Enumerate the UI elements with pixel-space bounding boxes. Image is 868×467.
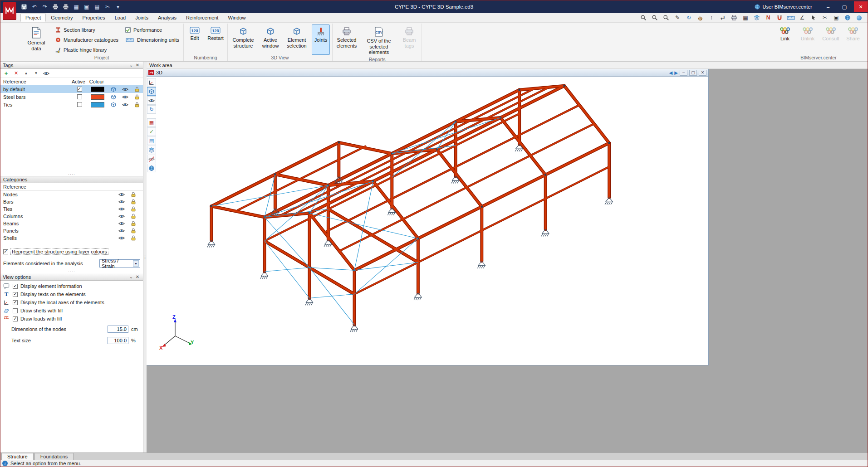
tags-collapse-icon[interactable]: ⌄: [128, 63, 134, 68]
move-tag-down-button[interactable]: ▼: [33, 70, 39, 77]
bim-unlink-button[interactable]: Unlink: [798, 24, 818, 55]
tag-lock-icon[interactable]: [131, 102, 143, 108]
add-tag-button[interactable]: +: [3, 70, 10, 77]
search-icon[interactable]: [639, 14, 647, 21]
tag-eye-icon[interactable]: [119, 94, 131, 100]
category-eye-icon[interactable]: [116, 228, 128, 234]
3d-views-icon[interactable]: [147, 164, 156, 172]
active-window-button[interactable]: Active window: [259, 24, 282, 55]
tab-foundations[interactable]: Foundations: [34, 453, 74, 460]
previous-window-icon[interactable]: ◀: [669, 70, 673, 75]
tab-properties[interactable]: Properties: [78, 14, 110, 21]
numbering-restart-button[interactable]: Restart: [206, 24, 225, 55]
ruler-icon[interactable]: [787, 14, 795, 21]
view-cube-icon[interactable]: [147, 87, 156, 96]
edit-visibility-button[interactable]: [43, 70, 49, 77]
delete-tag-button[interactable]: ✕: [13, 70, 20, 77]
print-view-icon[interactable]: [730, 14, 738, 21]
north-icon[interactable]: N: [764, 14, 772, 21]
category-row-panels[interactable]: Panels: [0, 227, 143, 234]
new-window-icon[interactable]: ▣: [82, 2, 91, 11]
redo-icon[interactable]: ↷: [40, 2, 49, 11]
layers-panel-icon[interactable]: [147, 146, 156, 154]
section-library-button[interactable]: Section library: [53, 25, 120, 34]
render-icon[interactable]: [855, 14, 863, 21]
move-tag-up-button[interactable]: ▲: [23, 70, 29, 77]
tab-joints[interactable]: Joints: [131, 14, 153, 21]
texts-checkbox[interactable]: [13, 292, 18, 297]
minimize-button[interactable]: –: [821, 1, 835, 12]
3d-window-titlebar[interactable]: 3D ◀ ▶ – ▢ ✕: [147, 69, 708, 77]
beam-tags-button[interactable]: Beam tags: [399, 24, 419, 57]
tag-colour-swatch[interactable]: [91, 102, 104, 107]
pan-icon[interactable]: [696, 14, 704, 21]
complete-structure-button[interactable]: Complete structure: [230, 24, 256, 55]
layers-icon[interactable]: [753, 14, 761, 21]
text-size-input[interactable]: [108, 337, 128, 344]
view-options-collapse-icon[interactable]: ⌄: [128, 274, 134, 279]
manufacturer-catalogues-button[interactable]: Manufacturer catalogues: [53, 35, 120, 44]
grid-icon[interactable]: ▦: [741, 14, 750, 21]
capture-image-icon[interactable]: ▦: [72, 2, 81, 11]
category-lock-icon[interactable]: [128, 235, 139, 241]
category-lock-icon[interactable]: [128, 191, 139, 198]
tag-active-checkbox[interactable]: [77, 87, 82, 92]
numbering-edit-button[interactable]: Edit: [186, 24, 203, 55]
print-settings-icon[interactable]: [61, 2, 70, 11]
tile-windows-icon[interactable]: ▣: [832, 14, 840, 21]
bars-table-icon[interactable]: ▦: [147, 118, 156, 127]
selected-elements-button[interactable]: Selected elements: [335, 24, 358, 57]
panel-splitter-handle[interactable]: ····: [0, 172, 143, 176]
analysis-elements-dropdown[interactable]: Stress / Strain ▼: [99, 259, 140, 268]
element-info-checkbox[interactable]: [13, 284, 18, 289]
tag-row[interactable]: by default: [0, 85, 143, 93]
close-button[interactable]: ✕: [854, 1, 868, 12]
ucs-axes-icon[interactable]: [147, 78, 156, 87]
next-window-icon[interactable]: ▶: [674, 70, 678, 75]
tag-colour-swatch[interactable]: [91, 94, 104, 100]
tab-load[interactable]: Load: [110, 14, 130, 21]
category-lock-icon[interactable]: [128, 228, 139, 234]
bim-link-button[interactable]: Link: [775, 24, 795, 55]
zoom-window-icon[interactable]: [651, 14, 659, 21]
redraw-icon[interactable]: ↻: [685, 14, 693, 21]
csv-selected-elements-button[interactable]: CSV of the selected elements: [361, 24, 397, 57]
structure-3d-model[interactable]: [147, 77, 708, 365]
previous-view-icon[interactable]: ↑: [707, 14, 716, 21]
category-eye-icon[interactable]: [116, 191, 128, 198]
maximize-button[interactable]: ▢: [838, 1, 851, 12]
globe-view-icon[interactable]: [843, 14, 852, 21]
nodes-dimension-input[interactable]: [108, 326, 128, 333]
category-row-nodes[interactable]: Nodes: [0, 191, 143, 198]
tag-row[interactable]: Steel bars: [0, 93, 143, 101]
tag-eye-icon[interactable]: [119, 102, 131, 108]
cype-logo[interactable]: [3, 2, 16, 20]
tag-eye-icon[interactable]: [119, 86, 131, 92]
shells-fill-checkbox[interactable]: [13, 308, 18, 313]
tools-dropdown-icon[interactable]: ▾: [113, 2, 123, 11]
category-eye-icon[interactable]: [116, 235, 128, 241]
loads-fill-checkbox[interactable]: [13, 316, 18, 321]
tag-row[interactable]: Ties: [0, 101, 143, 108]
bimserver-user[interactable]: User BIMserver.center: [754, 4, 819, 10]
visibility-eye-icon[interactable]: [147, 96, 156, 105]
undo-icon[interactable]: ↶: [30, 2, 39, 11]
select-cursor-icon[interactable]: [809, 14, 818, 21]
tag-cube-icon[interactable]: [108, 86, 119, 92]
plastic-hinge-library-button[interactable]: Plastic hinge library: [53, 45, 120, 54]
tag-lock-icon[interactable]: [131, 94, 143, 100]
tab-geometry[interactable]: Geometry: [46, 14, 77, 21]
general-data-button[interactable]: General data: [22, 24, 50, 55]
3d-close-button[interactable]: ✕: [699, 70, 706, 76]
local-axes-checkbox[interactable]: [13, 300, 18, 305]
bim-share-button[interactable]: Share: [844, 24, 862, 55]
category-eye-icon[interactable]: [116, 220, 128, 227]
joints-button[interactable]: Joints: [312, 24, 330, 55]
dimensioning-units-button[interactable]: Dimensioning units: [123, 35, 181, 44]
split-window-icon[interactable]: ▤: [93, 2, 102, 11]
tag-colour-swatch[interactable]: [91, 87, 104, 92]
panel-splitter-handle[interactable]: ····: [0, 269, 143, 273]
cut-section-icon[interactable]: ✂: [103, 2, 112, 11]
3d-viewport[interactable]: ↻ ▦ ✓ ▤ Z X Y: [147, 77, 708, 365]
tab-window[interactable]: Window: [223, 14, 250, 21]
